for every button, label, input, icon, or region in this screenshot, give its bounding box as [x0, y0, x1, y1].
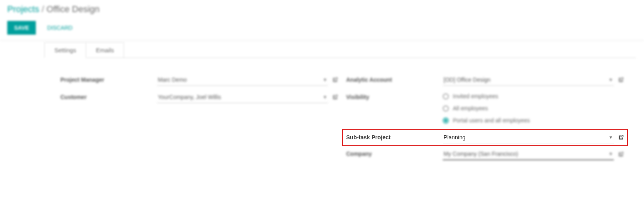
company-field[interactable]: My Company (San Francisco) ▼	[443, 148, 614, 160]
customer-value: YourCompany, Joel Willis	[158, 94, 221, 100]
caret-down-icon: ▼	[323, 95, 327, 99]
breadcrumb: Projects / Office Design	[7, 4, 637, 14]
customer-label: Customer	[60, 91, 157, 100]
project-manager-field[interactable]: Marc Demo ▼	[157, 74, 328, 86]
tabs: Settings Emails	[44, 42, 636, 58]
analytic-account-field[interactable]: [OD] Office Design ▼	[443, 74, 614, 86]
breadcrumb-separator: /	[41, 4, 44, 14]
radio-icon	[443, 118, 449, 124]
visibility-option-invited[interactable]: Invited employees	[443, 93, 530, 99]
radio-icon	[443, 93, 449, 99]
save-button[interactable]: SAVE	[7, 21, 36, 35]
caret-down-icon: ▼	[609, 77, 613, 82]
analytic-account-value: [OD] Office Design	[444, 76, 490, 83]
tab-settings[interactable]: Settings	[44, 42, 86, 58]
caret-down-icon: ▼	[609, 135, 613, 140]
subtask-project-field[interactable]: Planning ▼	[443, 132, 614, 143]
company-value: My Company (San Francisco)	[444, 151, 518, 157]
caret-down-icon: ▼	[323, 77, 327, 82]
external-link-icon[interactable]	[618, 77, 624, 83]
radio-icon	[443, 105, 449, 112]
visibility-radio-group: Invited employees All employees Portal u…	[443, 91, 530, 124]
analytic-account-label: Analytic Account	[346, 74, 443, 83]
subtask-project-value: Planning	[444, 134, 466, 141]
caret-down-icon: ▼	[609, 151, 613, 156]
external-link-icon[interactable]	[618, 151, 624, 157]
external-link-icon[interactable]	[332, 77, 338, 83]
visibility-option-portal[interactable]: Portal users and all employees	[443, 117, 530, 124]
breadcrumb-root[interactable]: Projects	[7, 4, 39, 14]
visibility-label: Visibility	[346, 91, 443, 100]
tab-emails[interactable]: Emails	[86, 42, 124, 58]
company-label: Company	[346, 148, 443, 157]
project-manager-value: Marc Demo	[158, 76, 187, 83]
subtask-project-label: Sub-task Project	[346, 132, 443, 141]
visibility-option-label: Invited employees	[453, 93, 498, 99]
project-manager-label: Project Manager	[60, 74, 157, 83]
customer-field[interactable]: YourCompany, Joel Willis ▼	[157, 91, 328, 103]
visibility-option-all[interactable]: All employees	[443, 105, 530, 112]
breadcrumb-current: Office Design	[47, 4, 100, 14]
external-link-icon[interactable]	[618, 134, 624, 141]
visibility-option-label: All employees	[453, 105, 488, 112]
external-link-icon[interactable]	[332, 94, 338, 100]
subtask-project-highlight: Sub-task Project Planning ▼	[342, 129, 628, 146]
visibility-option-label: Portal users and all employees	[453, 117, 530, 124]
discard-button[interactable]: DISCARD	[45, 24, 75, 31]
